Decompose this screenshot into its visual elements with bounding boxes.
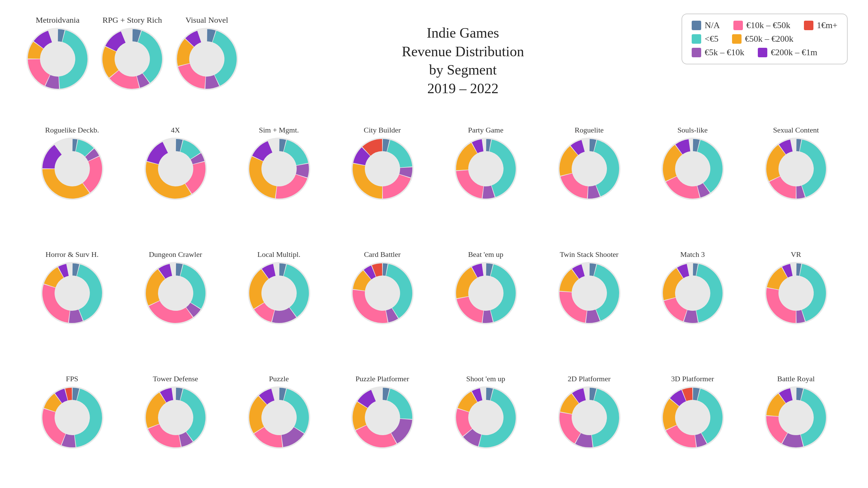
chart-label: Twin Stack Shooter — [560, 250, 618, 259]
donut-chart — [764, 137, 828, 201]
chart-item: Battle Royal — [744, 372, 848, 452]
donut-chart — [247, 261, 311, 325]
donut-chart — [350, 137, 415, 201]
legend-item-5to10k: €5k – €10k — [692, 47, 744, 58]
chart-label: Party Game — [468, 126, 503, 135]
donut-chart — [764, 261, 828, 325]
chart-item: Roguelike Deckb. — [20, 124, 124, 203]
donut-chart — [454, 385, 518, 450]
chart-label: Beat 'em up — [468, 250, 503, 259]
chart-item: Dungeon Crawler — [124, 248, 227, 327]
chart-label: Souls-like — [677, 126, 708, 135]
chart-item: Shoot 'em up — [434, 372, 537, 452]
legend-item-50to200k: €50k – €200k — [732, 34, 793, 44]
chart-label: Battle Royal — [777, 374, 815, 383]
chart-item: Horror & Surv H. — [20, 248, 124, 327]
chart-item: Twin Stack Shooter — [537, 248, 641, 327]
chart-item: City Builder — [331, 124, 434, 203]
chart-label: RPG + Story Rich — [102, 16, 162, 25]
chart-label: Puzzle Platformer — [355, 374, 409, 383]
chart-item: 3D Platformer — [641, 372, 744, 452]
chart-label: Horror & Surv H. — [45, 250, 98, 259]
chart-label: Visual Novel — [185, 16, 228, 25]
page-title: Indie Games Revenue Distribution by Segm… — [402, 20, 524, 98]
donut-chart — [143, 137, 208, 201]
donut-chart — [764, 385, 828, 450]
legend-item-na: N/A — [692, 20, 720, 30]
chart-item: 4X — [124, 124, 227, 203]
donut-chart — [40, 385, 104, 450]
donut-chart — [557, 137, 622, 201]
donut-chart — [40, 261, 104, 325]
chart-item: VR — [744, 248, 848, 327]
chart-row: FPSTower DefensePuzzlePuzzle PlatformerS… — [20, 350, 848, 474]
chart-label: Sexual Content — [773, 126, 819, 135]
chart-label: 2D Platformer — [568, 374, 610, 383]
chart-item: Sexual Content — [744, 124, 848, 203]
chart-label: City Builder — [364, 126, 401, 135]
chart-row: Horror & Surv H.Dungeon CrawlerLocal Mul… — [20, 226, 848, 350]
donut-chart — [660, 261, 725, 325]
legend-item-200kto1m: €200k – €1m — [758, 47, 817, 58]
chart-item: Metroidvania — [20, 14, 95, 93]
chart-item: Beat 'em up — [434, 248, 537, 327]
donut-chart — [25, 27, 90, 91]
chart-item: Local Multipl. — [227, 248, 331, 327]
donut-chart — [454, 137, 518, 201]
chart-item: Party Game — [434, 124, 537, 203]
chart-label: Shoot 'em up — [466, 374, 505, 383]
chart-item: Roguelite — [537, 124, 641, 203]
donut-chart — [100, 27, 164, 91]
chart-label: 4X — [171, 126, 180, 135]
chart-item: Souls-like — [641, 124, 744, 203]
legend-item-10to50k: €10k – €50k — [733, 20, 790, 30]
chart-item: FPS — [20, 372, 124, 452]
donut-chart — [557, 261, 622, 325]
chart-label: Match 3 — [680, 250, 705, 259]
donut-chart — [350, 261, 415, 325]
legend-box: N/A €10k – €50k 1€m+ <€5 €50k — [682, 14, 848, 64]
chart-label: VR — [791, 250, 801, 259]
chart-label: 3D Platformer — [671, 374, 714, 383]
donut-chart — [660, 137, 725, 201]
chart-item: Sim + Mgmt. — [227, 124, 331, 203]
donut-chart — [40, 137, 104, 201]
legend-item-gt1m: 1€m+ — [804, 20, 837, 30]
main-container: MetroidvaniaRPG + Story RichVisual Novel… — [0, 0, 868, 488]
chart-item: Puzzle — [227, 372, 331, 452]
donut-chart — [247, 137, 311, 201]
donut-chart — [660, 385, 725, 450]
chart-label: Local Multipl. — [257, 250, 300, 259]
donut-chart — [175, 27, 239, 91]
chart-label: Sim + Mgmt. — [259, 126, 299, 135]
chart-item: Match 3 — [641, 248, 744, 327]
chart-item: Puzzle Platformer — [331, 372, 434, 452]
donut-chart — [557, 385, 622, 450]
donut-chart — [350, 385, 415, 450]
chart-label: Puzzle — [269, 374, 289, 383]
donut-chart — [143, 261, 208, 325]
donut-chart — [143, 385, 208, 450]
donut-chart — [247, 385, 311, 450]
chart-item: Tower Defense — [124, 372, 227, 452]
chart-item: 2D Platformer — [537, 372, 641, 452]
chart-label: Roguelite — [575, 126, 604, 135]
chart-label: Roguelike Deckb. — [45, 126, 99, 135]
legend-item-lt5: <€5 — [692, 34, 718, 44]
donut-chart — [454, 261, 518, 325]
chart-row: Roguelike Deckb.4XSim + Mgmt.City Builde… — [20, 101, 848, 225]
chart-label: Card Battler — [364, 250, 400, 259]
chart-label: Metroidvania — [36, 16, 79, 25]
chart-item: Card Battler — [331, 248, 434, 327]
chart-item: RPG + Story Rich — [95, 14, 170, 93]
chart-item: Visual Novel — [170, 14, 244, 93]
chart-label: Dungeon Crawler — [149, 250, 202, 259]
chart-label: Tower Defense — [153, 374, 198, 383]
chart-label: FPS — [66, 374, 78, 383]
